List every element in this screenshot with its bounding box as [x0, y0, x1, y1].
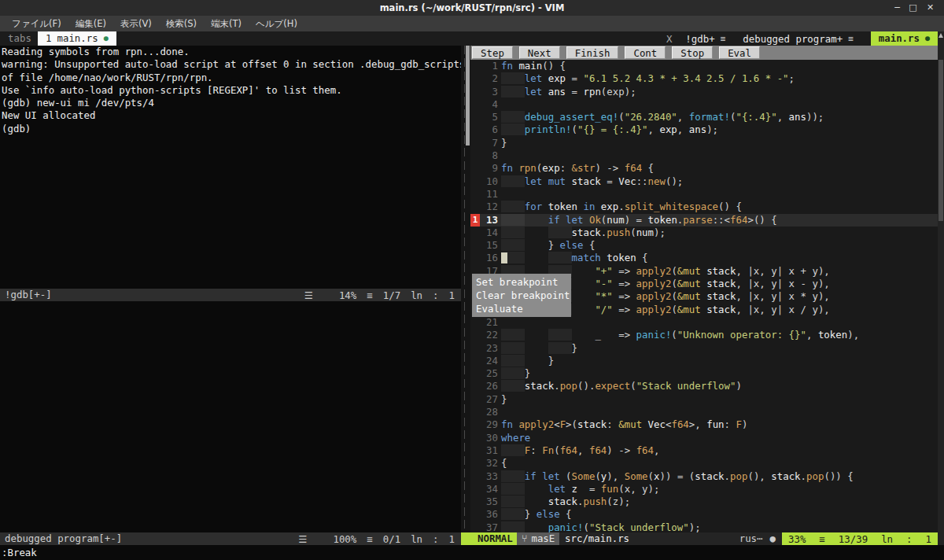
code-token: ( [630, 380, 636, 392]
left-scrollbar-thumb[interactable] [466, 46, 470, 146]
code-token: => [613, 278, 636, 289]
code-token: ) [742, 418, 747, 430]
code-line[interactable]: 29fn apply2<F>(stack: &mut Vec<f64>, fun… [470, 418, 938, 431]
line-number: 34 [480, 483, 498, 496]
menu-item-1[interactable]: 編集(E) [68, 16, 113, 31]
code-line[interactable]: 35 stack.push(z); [470, 496, 938, 508]
code-token: &mut [677, 265, 706, 277]
branch-name: masE [531, 532, 555, 545]
code-line[interactable]: 34 let z = fun(x, y); [470, 483, 938, 496]
toolbar-button-next[interactable]: Next [519, 46, 560, 59]
code-token: println! [525, 123, 572, 135]
context-menu-item-set-breakpoint[interactable]: Set breakpoint [472, 275, 571, 289]
code-line[interactable]: 6 println!("{} = {:.4}", exp, ans); [470, 123, 938, 136]
git-branch[interactable]: ⑂ masE [517, 532, 559, 545]
code-token: ( [671, 329, 677, 341]
menu-item-2[interactable]: 表示(V) [113, 16, 159, 31]
buffer-main-rs-active[interactable]: main.rs ● [871, 31, 938, 46]
scroll-up-arrow-icon[interactable] [938, 33, 943, 38]
code-token: F [560, 418, 566, 430]
context-menu-item-evaluate[interactable]: Evaluate [472, 302, 571, 315]
close-icon[interactable]: ✕ [924, 2, 936, 13]
code-line[interactable]: 37 panic!("Stack underflow"); [470, 521, 938, 532]
code-line[interactable]: 4 [470, 98, 938, 111]
right-scrollbar-thumb[interactable] [938, 60, 943, 221]
program-terminal[interactable] [0, 301, 461, 532]
right-scrollbar[interactable] [938, 31, 944, 545]
line-number: 1 [480, 60, 498, 72]
code-line[interactable]: 15 } else { [470, 239, 938, 252]
code-line[interactable]: 5 debug_assert_eq!("26.2840", format!("{… [470, 111, 938, 123]
code-line[interactable]: 113 if let Ok(num) = token.parse::<f64>(… [470, 214, 938, 227]
maximize-icon[interactable]: □ [907, 2, 919, 13]
code-line[interactable]: 32{ [470, 457, 938, 470]
toolbar-button-step[interactable]: Step [472, 46, 513, 59]
context-menu[interactable]: Set breakpointClear breakpointEvaluate [472, 274, 571, 317]
code-line[interactable]: 11 [470, 188, 938, 201]
code-line[interactable]: 28 [470, 406, 938, 418]
code-line[interactable]: 9fn rpn(exp: &str) -> f64 { [470, 162, 938, 175]
menu-item-5[interactable]: ヘルプ(H) [249, 16, 304, 31]
tab-main-rs[interactable]: 1 main.rs ● [38, 31, 116, 46]
code-line[interactable]: 30where [470, 432, 938, 444]
breakpoint-icon[interactable]: 1 [470, 214, 480, 227]
toolbar-button-eval[interactable]: Eval [719, 46, 760, 59]
code-token: token [818, 329, 847, 341]
code-line[interactable]: 25 } [470, 367, 938, 380]
code-token: } [572, 342, 577, 354]
code-token [501, 355, 525, 367]
code-line[interactable]: 10 let mut stack = Vec::new(); [470, 175, 938, 188]
code-line[interactable]: 33 if let (Some(y), Some(x)) = (stack.po… [470, 470, 938, 483]
code-token: &mut [618, 418, 647, 430]
code-text: F: Fn(f64, f64) -> f64, [498, 444, 660, 457]
modified-dot-icon: ● [925, 31, 930, 46]
code-line[interactable]: 3 let ans = rpn(exp); [470, 86, 938, 98]
code-line[interactable]: 31 F: Fn(f64, f64) -> f64, [470, 444, 938, 457]
code-text: } [498, 342, 577, 355]
code-line[interactable]: 26 stack.pop().expect("Stack underflow") [470, 380, 938, 392]
code-token [501, 86, 525, 98]
code-token: pop [730, 470, 747, 482]
menu-item-3[interactable]: 検索(S) [159, 16, 204, 31]
code-line[interactable]: 22 _ => panic!("Unknown operator: {}", t… [470, 329, 938, 341]
code-token: fun [601, 483, 618, 495]
code-line[interactable]: 24 } [470, 355, 938, 367]
menu-item-0[interactable]: ファイル(F) [5, 16, 68, 31]
code-token: . [801, 470, 806, 482]
menu-item-4[interactable]: 端末(T) [204, 16, 249, 31]
buffer-gdb[interactable]: !gdb+ ≡ [685, 33, 725, 45]
code-token: = [566, 72, 583, 84]
code-line[interactable]: 27} [470, 393, 938, 406]
code-line[interactable]: 21 [470, 316, 938, 329]
sign-column [470, 521, 480, 532]
code-line[interactable]: 23 } [470, 342, 938, 355]
gdb-status-column: 1 [449, 289, 455, 301]
code-line[interactable]: 14 stack.push(num); [470, 227, 938, 239]
code-line[interactable]: 12 for token in exp.split_whitespace() { [470, 201, 938, 213]
code-line[interactable]: 8 [470, 149, 938, 162]
code-line[interactable]: 2 let exp = "6.1 5.2 4.3 * + 3.4 2.5 / 1… [470, 72, 938, 85]
code-token: push [607, 227, 630, 238]
minimize-icon[interactable]: − [891, 2, 903, 13]
code-token: exp [659, 123, 677, 135]
code-token: ()) { [824, 470, 853, 482]
gdb-console[interactable]: Reading symbols from rpn...done.warning:… [0, 46, 461, 289]
command-line[interactable]: :Break [0, 545, 944, 560]
toolbar-button-stop[interactable]: Stop [672, 46, 713, 59]
code-line[interactable]: 7} [470, 137, 938, 149]
context-menu-item-clear-breakpoint[interactable]: Clear breakpoint [472, 289, 571, 302]
close-buffer-icon[interactable]: X [666, 33, 672, 45]
code-token: Vec [618, 175, 636, 187]
toolbar-button-finish[interactable]: Finish [566, 46, 619, 59]
buffer-program[interactable]: debugged program+ ≡ [743, 33, 853, 45]
text-cursor [501, 252, 507, 263]
code-line[interactable]: 16 match token { [470, 252, 938, 264]
code-text: _ => panic!("Unknown operator: {}", toke… [498, 329, 859, 341]
code-line[interactable]: 1fn main() { [470, 60, 938, 72]
code-token [501, 201, 525, 212]
code-line[interactable]: 36 } else { [470, 508, 938, 521]
code-token [501, 496, 525, 507]
code-text: if let (Some(y), Some(x)) = (stack.pop()… [498, 470, 854, 483]
code-text: let z = fun(x, y); [498, 483, 659, 496]
toolbar-button-cont[interactable]: Cont [625, 46, 666, 59]
